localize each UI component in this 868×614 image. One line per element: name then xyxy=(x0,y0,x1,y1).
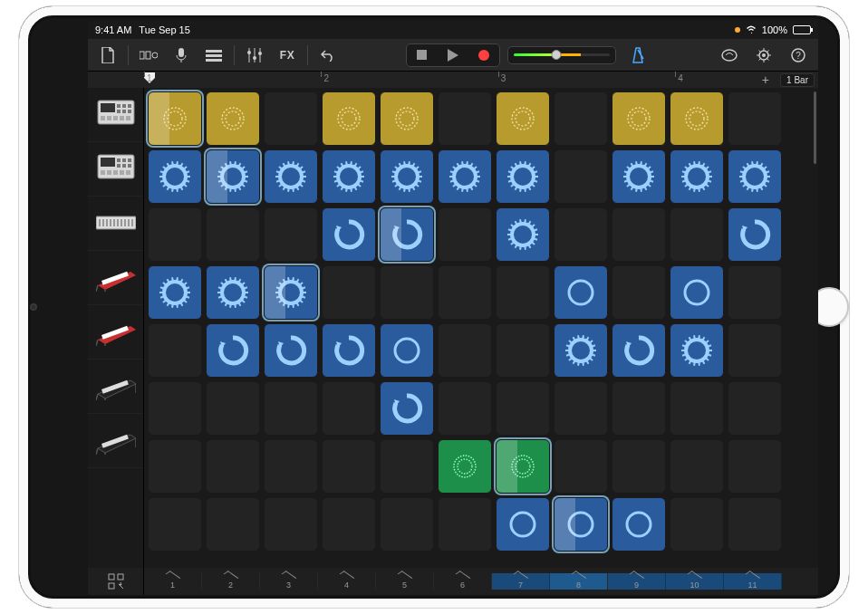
empty-cell[interactable] xyxy=(322,381,376,436)
empty-cell[interactable] xyxy=(438,207,492,262)
loop-cell[interactable] xyxy=(496,91,550,146)
loop-cell[interactable] xyxy=(670,265,724,320)
empty-cell[interactable] xyxy=(380,439,434,494)
loop-cell[interactable] xyxy=(380,149,434,204)
column-trigger[interactable]: 5 xyxy=(376,573,434,590)
loop-cell[interactable] xyxy=(612,323,666,378)
empty-cell[interactable] xyxy=(438,265,492,320)
loop-cell[interactable] xyxy=(612,497,666,552)
empty-cell[interactable] xyxy=(728,265,782,320)
zoom-level-label[interactable]: 1 Bar xyxy=(780,73,815,87)
empty-cell[interactable] xyxy=(148,497,202,552)
empty-cell[interactable] xyxy=(612,381,666,436)
track-controls-button[interactable] xyxy=(240,43,269,68)
column-trigger[interactable]: 1 xyxy=(144,573,202,590)
loop-cell[interactable] xyxy=(670,323,724,378)
loop-cell[interactable] xyxy=(670,149,724,204)
loop-cell[interactable] xyxy=(612,91,666,146)
my-songs-button[interactable] xyxy=(93,43,122,68)
empty-cell[interactable] xyxy=(496,323,550,378)
track-view-button[interactable] xyxy=(199,43,228,68)
empty-cell[interactable] xyxy=(612,439,666,494)
loop-cell[interactable] xyxy=(380,207,434,262)
empty-cell[interactable] xyxy=(438,91,492,146)
loop-cell[interactable] xyxy=(322,323,376,378)
fx-button[interactable]: FX xyxy=(273,43,302,68)
empty-cell[interactable] xyxy=(206,207,260,262)
loop-cell[interactable] xyxy=(148,265,202,320)
track-header-drum-machine-2[interactable] xyxy=(88,142,143,197)
add-section-button[interactable]: + xyxy=(762,73,769,86)
loop-cell[interactable] xyxy=(728,207,782,262)
track-header-keyboard-red-1[interactable] xyxy=(88,251,143,305)
empty-cell[interactable] xyxy=(206,381,260,436)
empty-cell[interactable] xyxy=(322,439,376,494)
loop-cell[interactable] xyxy=(554,497,608,552)
record-input-button[interactable] xyxy=(167,43,196,68)
loop-cell[interactable] xyxy=(322,207,376,262)
empty-cell[interactable] xyxy=(148,323,202,378)
record-button[interactable] xyxy=(468,44,499,66)
empty-cell[interactable] xyxy=(496,381,550,436)
loop-cell[interactable] xyxy=(496,207,550,262)
empty-cell[interactable] xyxy=(148,207,202,262)
loop-cell[interactable] xyxy=(264,265,318,320)
vertical-scrollbar[interactable] xyxy=(814,91,816,164)
stop-button[interactable] xyxy=(407,44,438,66)
empty-cell[interactable] xyxy=(554,91,608,146)
loop-cell[interactable] xyxy=(670,91,724,146)
empty-cell[interactable] xyxy=(148,381,202,436)
undo-button[interactable] xyxy=(313,43,342,68)
column-trigger[interactable]: 7 xyxy=(492,573,550,590)
empty-cell[interactable] xyxy=(264,381,318,436)
empty-cell[interactable] xyxy=(380,265,434,320)
column-trigger[interactable]: 3 xyxy=(260,573,318,590)
empty-cell[interactable] xyxy=(148,439,202,494)
loop-cell[interactable] xyxy=(206,323,260,378)
browser-button[interactable] xyxy=(134,43,163,68)
volume-knob[interactable] xyxy=(552,50,562,60)
empty-cell[interactable] xyxy=(612,207,666,262)
timeline-ruler[interactable]: 1234 + 1 Bar xyxy=(88,72,818,88)
loop-cell[interactable] xyxy=(322,91,376,146)
empty-cell[interactable] xyxy=(728,497,782,552)
empty-cell[interactable] xyxy=(438,323,492,378)
loop-cell[interactable] xyxy=(728,149,782,204)
loop-cell[interactable] xyxy=(380,381,434,436)
column-trigger[interactable]: 4 xyxy=(318,573,376,590)
empty-cell[interactable] xyxy=(206,439,260,494)
loop-cell[interactable] xyxy=(206,149,260,204)
empty-cell[interactable] xyxy=(728,91,782,146)
empty-cell[interactable] xyxy=(728,439,782,494)
empty-cell[interactable] xyxy=(496,265,550,320)
track-header-keyboard-red-2[interactable] xyxy=(88,305,143,360)
loop-cell[interactable] xyxy=(380,91,434,146)
empty-cell[interactable] xyxy=(728,323,782,378)
empty-cell[interactable] xyxy=(670,439,724,494)
loop-cell[interactable] xyxy=(206,265,260,320)
empty-cell[interactable] xyxy=(728,381,782,436)
empty-cell[interactable] xyxy=(264,439,318,494)
loop-cell[interactable] xyxy=(612,149,666,204)
empty-cell[interactable] xyxy=(612,265,666,320)
empty-cell[interactable] xyxy=(670,497,724,552)
empty-cell[interactable] xyxy=(554,381,608,436)
column-trigger[interactable]: 11 xyxy=(724,573,782,590)
track-header-keyboard-dark-2[interactable] xyxy=(88,414,143,468)
empty-cell[interactable] xyxy=(380,497,434,552)
loop-cell[interactable] xyxy=(438,439,492,494)
loop-cell[interactable] xyxy=(496,497,550,552)
column-trigger[interactable]: 2 xyxy=(202,573,260,590)
loop-cell[interactable] xyxy=(496,149,550,204)
empty-cell[interactable] xyxy=(670,381,724,436)
empty-cell[interactable] xyxy=(554,207,608,262)
empty-cell[interactable] xyxy=(264,497,318,552)
help-button[interactable]: ? xyxy=(784,43,813,68)
loop-browser-button[interactable] xyxy=(715,43,744,68)
empty-cell[interactable] xyxy=(438,381,492,436)
loop-cell[interactable] xyxy=(496,439,550,494)
loop-cell[interactable] xyxy=(148,149,202,204)
settings-button[interactable] xyxy=(749,43,778,68)
column-trigger[interactable]: 10 xyxy=(666,573,724,590)
empty-cell[interactable] xyxy=(206,497,260,552)
